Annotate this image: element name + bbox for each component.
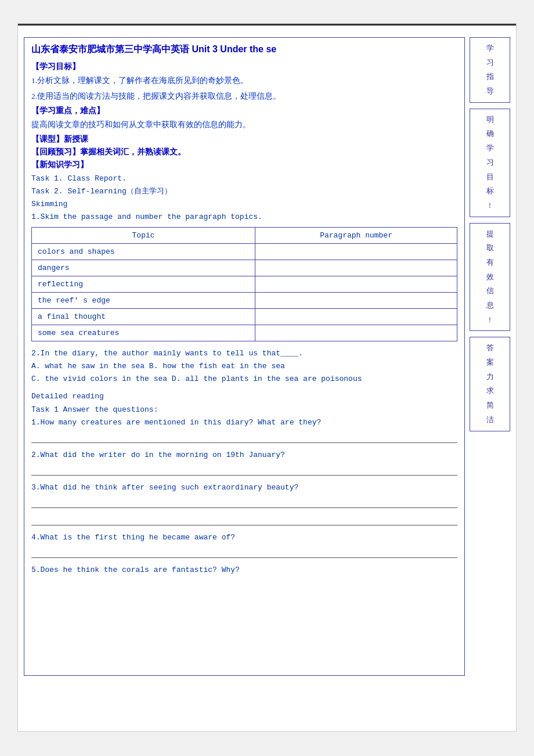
answer-line-1[interactable] <box>31 431 457 443</box>
table-row: colors and shapes <box>32 244 457 260</box>
learning-goals-label: 【学习目标】 <box>31 62 457 72</box>
sidebar-box-2: 明 确 学 习 目 标 ! <box>470 109 510 217</box>
sidebar-box-3: 提 取 有 效 信 息 ! <box>470 223 510 332</box>
sidebar-char-3-5: 信 <box>472 284 507 298</box>
table-row: the reef' s edge <box>32 293 457 309</box>
table-cell-para-5[interactable] <box>255 309 457 325</box>
key-points: 提高阅读文章的技巧和如何从文章中获取有效的信息的能力。 <box>31 118 457 132</box>
sidebar-char-3-1: 提 <box>472 227 507 242</box>
sidebar-char-4-4: 求 <box>472 384 507 398</box>
sidebar-char-2-3: 学 <box>472 141 507 156</box>
sidebar-char-1-1: 学 <box>472 41 507 56</box>
answer-line-4[interactable] <box>31 546 457 558</box>
skim-instruction: 1.Skim the passage and number the paragr… <box>31 211 457 224</box>
new-knowledge-label: 【新知识学习】 <box>31 160 457 170</box>
table-cell-topic-1: colors and shapes <box>32 244 255 260</box>
sidebar-box-1: 学 习 指 导 <box>470 37 510 103</box>
question-5: 5.Does he think the corals are fantastic… <box>31 564 457 577</box>
question-3: 3.What did he think after seeing such ex… <box>31 481 457 494</box>
question-4: 4.What is the first thing he became awar… <box>31 531 457 544</box>
key-points-label: 【学习重点，难点】 <box>31 106 457 116</box>
sidebar-char-4-6: 洁 <box>472 413 507 427</box>
sidebar-char-1-2: 习 <box>472 56 507 70</box>
content-area: 山东省泰安市肥城市第三中学高中英语 Unit 3 Under the se 【学… <box>18 37 516 682</box>
table-cell-para-6[interactable] <box>255 325 457 341</box>
table-row: reflecting <box>32 276 457 293</box>
table-cell-topic-6: some sea creatures <box>32 325 255 341</box>
sidebar-char-1-4: 导 <box>472 84 507 99</box>
learning-goal-2: 2.使用适当的阅读方法与技能，把握课文内容并获取信息，处理信息。 <box>31 90 457 103</box>
detailed-reading-label: Detailed reading <box>31 390 457 403</box>
question2-label: 2.In the diary, the author mainly wants … <box>31 347 457 360</box>
question2-option-cd: C. the vivid colors in the sea D. all th… <box>31 373 457 386</box>
answer-line-3b[interactable] <box>31 514 457 525</box>
sidebar-char-3-6: 息 <box>472 298 507 313</box>
review-label: 【回顾预习】掌握相关词汇，并熟读课文。 <box>31 147 457 157</box>
sidebar-char-3-7: ! <box>472 313 507 327</box>
main-content: 山东省泰安市肥城市第三中学高中英语 Unit 3 Under the se 【学… <box>24 37 465 676</box>
sidebar-char-4-5: 简 <box>472 398 507 413</box>
sidebar-char-2-7: ! <box>472 199 507 213</box>
sidebar-char-2-4: 习 <box>472 156 507 170</box>
sidebar-char-3-3: 有 <box>472 255 507 270</box>
sidebar-char-2-5: 目 <box>472 170 507 185</box>
table-row: a final thought <box>32 309 457 325</box>
table-header-paragraph: Paragraph number <box>255 228 457 244</box>
table-cell-topic-2: dangers <box>32 260 255 276</box>
topic-table: Topic Paragraph number colors and shapes… <box>31 227 457 341</box>
table-cell-para-3[interactable] <box>255 276 457 293</box>
task1-answer-label: Task 1 Answer the questions: <box>31 404 457 416</box>
table-cell-para-1[interactable] <box>255 244 457 260</box>
answer-line-2[interactable] <box>31 464 457 476</box>
table-cell-topic-4: the reef' s edge <box>32 293 255 309</box>
question-1: 1.How many creatures are mentioned in th… <box>31 416 457 429</box>
sidebar-char-4-2: 案 <box>472 355 507 370</box>
sidebar: 学 习 指 导 明 确 学 习 目 标 ! 提 取 有 效 信 <box>470 37 510 676</box>
table-cell-topic-5: a final thought <box>32 309 255 325</box>
top-border <box>18 24 516 26</box>
table-cell-para-2[interactable] <box>255 260 457 276</box>
sidebar-char-3-2: 取 <box>472 241 507 255</box>
lesson-type-label: 【课型】新授课 <box>31 134 457 145</box>
page: 山东省泰安市肥城市第三中学高中英语 Unit 3 Under the se 【学… <box>17 23 517 732</box>
learning-goal-1: 1.分析文脉，理解课文，了解作者在海底所见到的奇妙景色。 <box>31 74 457 88</box>
sidebar-char-3-4: 效 <box>472 270 507 285</box>
task2-label: Task 2. Self-learning（自主学习） <box>31 185 457 198</box>
table-row: some sea creatures <box>32 325 457 341</box>
task1-label: Task 1. Class Report. <box>31 172 457 185</box>
page-title: 山东省泰安市肥城市第三中学高中英语 Unit 3 Under the se <box>31 44 457 56</box>
sidebar-char-2-6: 标 <box>472 184 507 199</box>
answer-line-3a[interactable] <box>31 496 457 508</box>
table-row: dangers <box>32 260 457 276</box>
sidebar-char-4-3: 力 <box>472 370 507 384</box>
sidebar-char-2-2: 确 <box>472 127 507 141</box>
sidebar-box-4: 答 案 力 求 简 洁 <box>470 337 510 431</box>
table-cell-para-4[interactable] <box>255 293 457 309</box>
sidebar-char-2-1: 明 <box>472 113 507 127</box>
skimming-label: Skimming <box>31 198 457 211</box>
table-cell-topic-3: reflecting <box>32 276 255 293</box>
question-2: 2.What did the writer do in the morning … <box>31 449 457 462</box>
sidebar-char-1-3: 指 <box>472 70 507 84</box>
sidebar-char-4-1: 答 <box>472 341 507 355</box>
question2-option-ab: A. what he saw in the sea B. how the fis… <box>31 360 457 373</box>
table-header-topic: Topic <box>32 228 255 244</box>
